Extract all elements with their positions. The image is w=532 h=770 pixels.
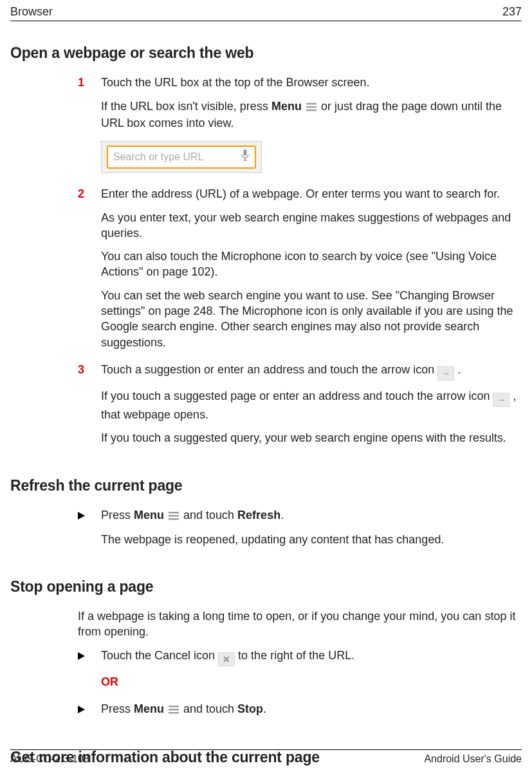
svg-marker-6: [78, 512, 85, 520]
url-bar[interactable]: Search or type URL: [107, 146, 256, 169]
header-page-number: 237: [502, 4, 522, 19]
cancel-icon: ✕: [218, 652, 235, 666]
svg-rect-12: [169, 706, 179, 707]
step-3: 3 Touch a suggestion or enter an address…: [78, 362, 518, 454]
svg-rect-2: [306, 109, 316, 111]
url-bar-screenshot: Search or type URL: [101, 141, 262, 173]
refresh-line1: Press Menu and touch Refresh.: [101, 507, 518, 524]
svg-rect-3: [244, 149, 247, 156]
step2-line3: You can also touch the Microphone icon t…: [101, 249, 518, 280]
svg-rect-9: [169, 518, 179, 520]
svg-marker-11: [78, 706, 85, 713]
step2-line4: You can set the web search engine you wa…: [101, 288, 518, 350]
step3-line2: If you touch a suggested page or enter a…: [101, 388, 518, 422]
page-footer: AUG-CC-2.3-103 Android User's Guide: [10, 749, 522, 766]
refresh-line2: The webpage is reopened, updating any co…: [101, 532, 518, 547]
url-placeholder: Search or type URL: [113, 150, 234, 164]
microphone-icon[interactable]: [241, 149, 250, 165]
triangle-bullet-icon: [78, 648, 101, 697]
bullet-stop-cancel: Touch the Cancel icon ✕ to the right of …: [78, 648, 518, 697]
menu-label: Menu: [134, 702, 164, 715]
step2-line1: Enter the address (URL) of a webpage. Or…: [101, 186, 518, 202]
step-number: 3: [78, 362, 101, 454]
svg-rect-14: [169, 712, 179, 713]
footer-docid: AUG-CC-2.3-103: [10, 752, 89, 766]
go-arrow-icon: →: [437, 366, 454, 380]
svg-rect-1: [306, 106, 316, 108]
triangle-bullet-icon: [78, 507, 101, 556]
bullet-refresh: Press Menu and touch Refresh. The webpag…: [78, 507, 518, 556]
menu-icon: [169, 702, 179, 718]
triangle-bullet-icon: [78, 701, 101, 726]
step3-line3: If you touch a suggested query, your web…: [101, 430, 518, 446]
step-number: 2: [78, 186, 101, 358]
stop-intro: If a webpage is taking a long time to op…: [78, 608, 518, 640]
stop-menu-line: Press Menu and touch Stop.: [101, 701, 518, 718]
step-2: 2 Enter the address (URL) of a webpage. …: [78, 186, 518, 358]
menu-label: Menu: [271, 100, 302, 113]
stop-label: Stop: [237, 702, 263, 715]
heading-stop: Stop opening a page: [10, 577, 522, 597]
page-header: Browser 237: [10, 4, 522, 21]
svg-rect-13: [169, 709, 179, 710]
menu-icon: [306, 100, 316, 115]
svg-rect-0: [306, 103, 316, 104]
bullet-stop-menu: Press Menu and touch Stop.: [78, 701, 518, 726]
step3-line1: Touch a suggestion or enter an address a…: [101, 362, 518, 380]
stop-cancel-line: Touch the Cancel icon ✕ to the right of …: [101, 648, 518, 666]
step2-line2: As you enter text, your web search engin…: [101, 210, 518, 241]
menu-icon: [169, 509, 179, 524]
step-1: 1 Touch the URL box at the top of the Br…: [78, 75, 518, 182]
step1-line2: If the URL box isn't visible, press Menu…: [101, 99, 518, 131]
heading-refresh: Refresh the current page: [10, 476, 522, 496]
svg-marker-10: [78, 652, 85, 660]
menu-label: Menu: [134, 509, 164, 521]
svg-rect-7: [169, 512, 179, 513]
heading-open-webpage: Open a webpage or search the web: [10, 43, 522, 63]
or-separator: OR: [101, 674, 518, 690]
step-number: 1: [78, 75, 101, 182]
header-chapter: Browser: [10, 4, 53, 19]
step1-line1: Touch the URL box at the top of the Brow…: [101, 75, 518, 90]
footer-guide-title: Android User's Guide: [424, 752, 522, 766]
svg-rect-8: [169, 515, 179, 516]
go-arrow-icon: →: [493, 393, 509, 407]
refresh-label: Refresh: [237, 509, 280, 521]
